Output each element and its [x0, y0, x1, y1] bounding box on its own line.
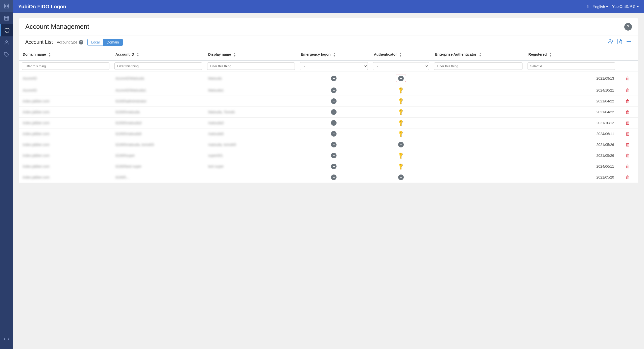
delete-icon[interactable]: 🗑 — [626, 164, 630, 169]
emergency-minus-icon: − — [331, 120, 337, 126]
sidebar-item-toggle[interactable] — [0, 333, 13, 345]
cell-auth: − — [370, 139, 432, 150]
delete-icon[interactable]: 🗑 — [626, 142, 630, 147]
cell-registered: 2024/10/21 — [525, 85, 618, 96]
page-help-button[interactable]: ? — [624, 23, 632, 31]
cell-enterprise — [432, 72, 525, 85]
delete-icon[interactable]: 🗑 — [626, 99, 630, 104]
col-registered[interactable]: Registered ▲▼ — [525, 49, 618, 60]
filter-account-id[interactable] — [114, 62, 202, 70]
cell-account-id: it1000\administrator — [112, 96, 205, 107]
sidebar-item-person[interactable] — [0, 36, 13, 49]
cell-delete: 🗑 — [618, 85, 638, 96]
account-type-label: Account type ? — [57, 40, 83, 45]
delete-icon[interactable]: 🗑 — [626, 110, 630, 115]
cell-auth: 🔑 — [370, 85, 432, 96]
auth-key-icon: 🔑 — [397, 86, 405, 94]
cell-display-name: matsuda, tomoki5 — [205, 139, 297, 150]
cell-domain: index.jabber.com — [19, 161, 112, 172]
col-domain-name[interactable]: Domain name ▲▼ — [19, 49, 112, 60]
auth-key-icon: 🔑 — [397, 119, 405, 127]
language-selector[interactable]: English ▾ — [593, 4, 608, 9]
sidebar-item-shield[interactable] — [0, 24, 13, 36]
delete-icon[interactable]: 🗑 — [626, 153, 630, 158]
sidebar-item-dashboard[interactable] — [0, 0, 13, 12]
cell-registered: 2021/09/13 — [525, 72, 618, 85]
cell-account-id: it1000\matsuda3 — [112, 118, 205, 128]
filter-emergency-logon-cell: - Yes No — [297, 60, 370, 72]
export-icon[interactable] — [617, 38, 623, 46]
delete-icon[interactable]: 🗑 — [626, 175, 630, 180]
filter-domain-name-cell — [19, 60, 112, 72]
table-row: index.jabber.com it1000\test super test … — [19, 161, 638, 172]
auth-key-icon: 🔑 — [397, 130, 405, 138]
filter-registered[interactable] — [528, 62, 615, 70]
table-row: index.jabber.com it1000\matsuda5 matsuda… — [19, 128, 638, 139]
sort-domain-name[interactable]: ▲▼ — [49, 52, 51, 57]
filter-authenticator[interactable]: - Yes No — [373, 62, 429, 70]
emergency-minus-icon: − — [331, 88, 337, 93]
add-user-icon[interactable] — [608, 38, 614, 46]
col-enterprise-auth-label: Enterprise Authenticator — [435, 52, 476, 56]
cell-registered: 2024/06/11 — [525, 161, 618, 172]
delete-icon[interactable]: 🗑 — [626, 131, 630, 136]
cell-enterprise — [432, 128, 525, 139]
col-enterprise-auth[interactable]: Enterprise Authenticator ▲▼ — [432, 49, 525, 60]
col-authenticator[interactable]: Authenticator ▲▼ — [370, 49, 432, 60]
account-type-help[interactable]: ? — [79, 40, 83, 45]
cell-emergency: − — [297, 72, 370, 85]
info-icon[interactable]: ℹ — [587, 4, 589, 9]
cell-registered: 2021/05/26 — [525, 150, 618, 161]
auth-minus-icon: − — [398, 174, 404, 180]
col-account-id[interactable]: Account ID ▲▼ — [112, 49, 205, 60]
cell-display-name: super001 — [205, 150, 297, 161]
col-emergency-logon[interactable]: Emergency logon ▲▼ — [297, 49, 370, 60]
svg-point-12 — [609, 39, 611, 41]
cell-delete: 🗑 — [618, 118, 638, 128]
cell-delete: 🗑 — [618, 96, 638, 107]
user-label: YubiOn管理者 — [612, 4, 636, 9]
svg-rect-3 — [7, 7, 9, 8]
sort-account-id[interactable]: ▲▼ — [137, 52, 139, 57]
account-table-container: Domain name ▲▼ Account ID ▲▼ Display nam… — [19, 49, 638, 183]
sidebar-item-grid[interactable] — [0, 12, 13, 24]
cell-emergency: − — [297, 118, 370, 128]
table-row: index.jabber.com it1000\matsuda3 matsuda… — [19, 118, 638, 128]
btn-type-local[interactable]: Local — [88, 39, 103, 46]
btn-type-domain[interactable]: Domain — [103, 39, 122, 46]
cell-domain: index.jabber.com — [19, 172, 112, 183]
user-arrow: ▾ — [637, 4, 639, 9]
cell-emergency: − — [297, 161, 370, 172]
cell-delete: 🗑 — [618, 128, 638, 139]
svg-point-9 — [6, 41, 7, 42]
cell-registered: 2021/04/22 — [525, 107, 618, 118]
filter-authenticator-cell: - Yes No — [370, 60, 432, 72]
cell-emergency: − — [297, 128, 370, 139]
cell-enterprise — [432, 118, 525, 128]
col-authenticator-label: Authenticator — [374, 52, 397, 56]
table-row: index.jabber.com it1000\... − − 2021/05/… — [19, 172, 638, 183]
sort-display-name[interactable]: ▲▼ — [233, 52, 236, 57]
filter-display-name[interactable] — [207, 62, 295, 70]
delete-icon[interactable]: 🗑 — [626, 88, 630, 93]
auth-key-icon: 🔑 — [397, 97, 405, 105]
cell-display-name: Matsuda1 — [205, 85, 297, 96]
delete-icon[interactable]: 🗑 — [626, 76, 630, 81]
menu-icon[interactable] — [626, 38, 632, 46]
delete-icon[interactable]: 🗑 — [626, 120, 630, 125]
cell-account-id: it1000\matsuda, tomoki5 — [112, 139, 205, 150]
sort-enterprise-auth[interactable]: ▲▼ — [479, 52, 482, 57]
filter-emergency-logon[interactable]: - Yes No — [300, 62, 368, 70]
filter-enterprise-auth[interactable] — [434, 62, 522, 70]
cell-domain: index.jabber.com — [19, 150, 112, 161]
filter-domain-name[interactable] — [22, 62, 109, 70]
col-display-name[interactable]: Display name ▲▼ — [205, 49, 297, 60]
cell-account-id: it1000\test super — [112, 161, 205, 172]
sidebar-item-tag[interactable] — [0, 49, 13, 61]
svg-rect-0 — [5, 4, 6, 6]
sort-authenticator[interactable]: ▲▼ — [399, 52, 402, 57]
sort-registered[interactable]: ▲▼ — [549, 52, 552, 57]
user-menu[interactable]: YubiOn管理者 ▾ — [612, 4, 639, 9]
cell-domain: index.jabber.com — [19, 128, 112, 139]
sort-emergency-logon[interactable]: ▲▼ — [333, 52, 336, 57]
